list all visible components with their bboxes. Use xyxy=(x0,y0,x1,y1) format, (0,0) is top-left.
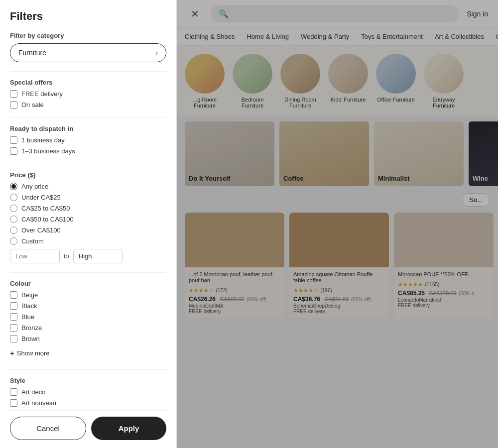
nav-cat-craft[interactable]: Craft Suppl... xyxy=(496,33,498,40)
black-label: Black xyxy=(21,302,37,310)
blue-row[interactable]: Blue xyxy=(10,313,166,321)
1-business-day-checkbox[interactable] xyxy=(10,136,17,144)
main-overlay: ✕ 🔍 Sign in Clothing & Shoes Home & Livi… xyxy=(177,0,498,448)
under-25-label: Under CA$25 xyxy=(21,194,61,201)
show-more-colours-label: Show more xyxy=(17,349,50,357)
bronze-checkbox[interactable] xyxy=(10,324,17,332)
review-count-0: (172) xyxy=(216,288,227,293)
50-100-radio[interactable] xyxy=(10,216,17,223)
cat-circle-entryway[interactable]: Entryway Furniture xyxy=(424,54,464,109)
25-50-radio[interactable] xyxy=(10,205,17,212)
sort-area: So... xyxy=(177,191,498,209)
cat-circle-living-room[interactable]: ...g Room Furniture xyxy=(185,54,225,109)
tile-coffee[interactable]: Coffee xyxy=(279,121,369,186)
price-high-input[interactable] xyxy=(73,249,123,263)
1-3-business-days-checkbox[interactable] xyxy=(10,147,17,155)
price-low-input[interactable] xyxy=(10,249,60,263)
25-50-row[interactable]: CA$25 to CA$50 xyxy=(10,205,166,212)
tile-wine[interactable]: Wine xyxy=(469,121,498,186)
1-business-day-row[interactable]: 1 business day xyxy=(10,136,166,144)
cat-circle-img-bedroom xyxy=(233,54,272,94)
black-checkbox[interactable] xyxy=(10,302,17,310)
product-listings: ...of 2 Moroccan pouf, leather pouf, pou… xyxy=(177,209,498,322)
nav-cat-art[interactable]: Art & Collectibles xyxy=(435,33,484,40)
tile-diy[interactable]: Do It Yourself xyxy=(185,121,274,186)
bronze-row[interactable]: Bronze xyxy=(10,324,166,332)
top-bar: ✕ 🔍 Sign in xyxy=(177,0,498,28)
product-card-img-1 xyxy=(289,213,389,267)
product-card-info-1: Amazing square Ottoman Pouffe table coff… xyxy=(289,267,389,318)
under-25-row[interactable]: Under CA$25 xyxy=(10,194,166,201)
discount-2: (50% o... xyxy=(459,291,479,296)
any-price-row[interactable]: Any price xyxy=(10,183,166,190)
review-count-1: (196) xyxy=(320,288,332,293)
art-nouveau-checkbox[interactable] xyxy=(10,399,17,407)
nav-cat-clothing[interactable]: Clothing & Shoes xyxy=(185,33,235,40)
free-delivery-1: FREE delivery xyxy=(293,309,385,314)
under-25-radio[interactable] xyxy=(10,194,17,201)
show-more-colours-button[interactable]: + Show more xyxy=(10,346,50,360)
cat-circle-dining[interactable]: Dining Room Furniture xyxy=(280,54,320,109)
nav-cat-toys[interactable]: Toys & Entertainment xyxy=(361,33,423,40)
product-card-2[interactable]: Moroccan POUF **50% OFF... ★★★★★ (1165) … xyxy=(394,213,494,318)
brown-checkbox[interactable] xyxy=(10,335,17,342)
filter-panel: Filters Filter by category Furniture › S… xyxy=(0,0,177,448)
art-deco-row[interactable]: Art deco xyxy=(10,388,166,396)
over-100-row[interactable]: Over CA$100 xyxy=(10,226,166,234)
custom-price-row[interactable]: Custom xyxy=(10,237,166,245)
cat-circle-img-entryway xyxy=(424,54,464,94)
cat-circle-office[interactable]: Office Furniture xyxy=(376,54,416,109)
sign-in-button[interactable]: Sign in xyxy=(467,10,488,18)
art-nouveau-row[interactable]: Art nouveau xyxy=(10,399,166,407)
old-price-2: CA$170.69 xyxy=(429,290,457,296)
cat-circle-bedroom[interactable]: Bedroom Furniture xyxy=(233,54,272,109)
category-button[interactable]: Furniture › xyxy=(10,43,166,62)
free-delivery-checkbox-row[interactable]: FREE delivery xyxy=(10,90,166,98)
on-sale-checkbox[interactable] xyxy=(10,101,17,109)
blue-checkbox[interactable] xyxy=(10,313,17,321)
old-price-1: CA$91.91 xyxy=(325,296,349,302)
nav-cat-home[interactable]: Home & Living xyxy=(247,33,289,40)
beige-checkbox[interactable] xyxy=(10,291,17,299)
apply-button[interactable]: Apply xyxy=(91,417,166,440)
cat-circle-label-dining: Dining Room Furniture xyxy=(280,97,320,109)
beige-row[interactable]: Beige xyxy=(10,291,166,299)
price-label: Price ($) xyxy=(10,171,166,179)
product-card-rating-0: ★★★★☆ (172) xyxy=(189,285,280,294)
nav-categories: Clothing & Shoes Home & Living Wedding &… xyxy=(177,28,498,46)
any-price-radio[interactable] xyxy=(10,183,17,190)
tile-minimalist[interactable]: Minimalist xyxy=(374,121,464,186)
cancel-button[interactable]: Cancel xyxy=(10,417,86,440)
close-button[interactable]: ✕ xyxy=(187,6,203,22)
search-icon: 🔍 xyxy=(219,9,229,18)
art-deco-checkbox[interactable] xyxy=(10,388,17,396)
sort-button[interactable]: So... xyxy=(462,193,490,207)
over-100-radio[interactable] xyxy=(10,226,17,234)
plus-icon: + xyxy=(10,349,14,357)
1-3-business-days-label: 1–3 business days xyxy=(21,147,75,155)
custom-price-radio[interactable] xyxy=(10,237,17,245)
any-price-label: Any price xyxy=(21,183,48,190)
50-100-row[interactable]: CA$50 to CA$100 xyxy=(10,216,166,223)
free-delivery-checkbox[interactable] xyxy=(10,90,17,98)
on-sale-checkbox-row[interactable]: On sale xyxy=(10,101,166,109)
search-bar[interactable]: 🔍 xyxy=(211,5,459,22)
cat-circle-img-office xyxy=(376,54,416,94)
cat-circle-kids[interactable]: Kids' Furniture xyxy=(328,54,368,109)
filter-title: Filters xyxy=(10,10,166,23)
cat-circle-label-bedroom: Bedroom Furniture xyxy=(233,97,272,109)
custom-price-label: Custom xyxy=(21,237,44,245)
stars-1: ★★★★☆ xyxy=(293,287,318,293)
overlay-inner: ✕ 🔍 Sign in Clothing & Shoes Home & Livi… xyxy=(177,0,498,448)
dispatch-label: Ready to dispatch in xyxy=(10,125,166,132)
1-3-business-days-row[interactable]: 1–3 business days xyxy=(10,147,166,155)
product-card-img-0 xyxy=(185,213,284,267)
product-card-0[interactable]: ...of 2 Moroccan pouf, leather pouf, pou… xyxy=(185,213,284,318)
black-row[interactable]: Black xyxy=(10,302,166,310)
brown-row[interactable]: Brown xyxy=(10,335,166,342)
product-card-1[interactable]: Amazing square Ottoman Pouffe table coff… xyxy=(289,213,389,318)
nav-cat-wedding[interactable]: Wedding & Party xyxy=(301,33,349,40)
shop-2: LeonardoMarrakesh xyxy=(398,297,490,303)
brown-label: Brown xyxy=(21,335,40,342)
blue-label: Blue xyxy=(21,313,34,321)
